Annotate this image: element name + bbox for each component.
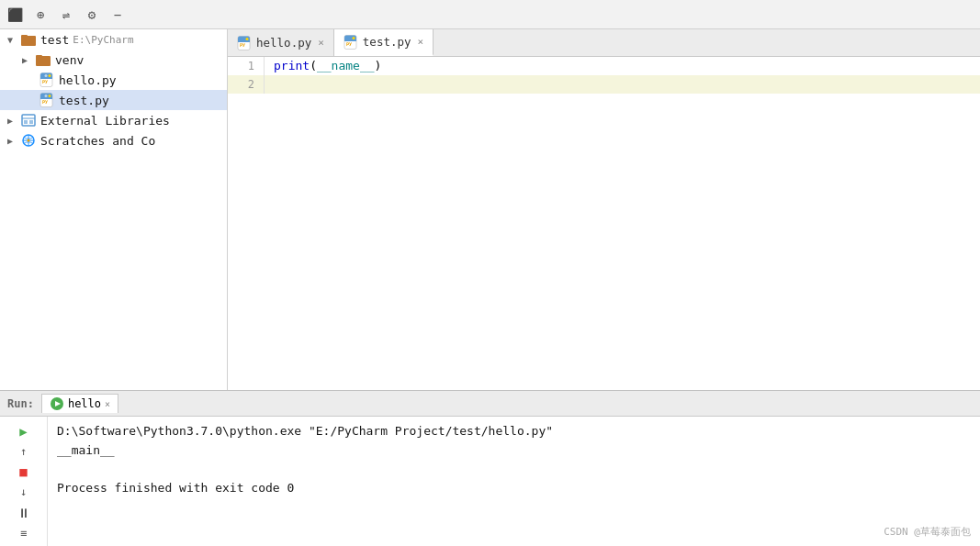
sidebar-item-external-libraries[interactable]: ▶ External Libraries	[0, 110, 227, 130]
chevron-icon: ▼	[7, 35, 20, 45]
svg-point-23	[28, 139, 30, 142]
run-tab-hello[interactable]: hello ×	[41, 394, 118, 413]
run-scroll-down-button[interactable]: ↓	[15, 485, 33, 500]
line-content: print(__name__)	[265, 57, 980, 75]
toolbar-minimize-icon[interactable]: −	[108, 6, 127, 24]
code-line-2: 2	[228, 75, 980, 94]
chevron-icon: ▶	[7, 116, 20, 126]
tab-hello-py[interactable]: py hello.py ×	[228, 29, 334, 56]
folder-icon	[20, 32, 37, 47]
sidebar-item-label: hello.py	[59, 73, 117, 87]
toolbar-sync-icon[interactable]: ⇌	[57, 6, 75, 24]
svg-point-15	[45, 95, 48, 97]
run-tab-icon	[50, 396, 64, 411]
run-scroll-up-button[interactable]: ↑	[15, 444, 33, 460]
tab-close-hello[interactable]: ×	[318, 37, 324, 49]
run-rerun-button[interactable]: ≡	[15, 525, 33, 540]
svg-rect-1	[21, 35, 28, 38]
output-line-4: Process finished with exit code 0	[57, 479, 971, 498]
run-stop-button[interactable]: ■	[13, 462, 35, 481]
tab-file-icon: py	[237, 36, 252, 50]
sidebar-item-label: test.py	[59, 94, 109, 107]
code-line-1: 1 print(__name__)	[228, 57, 980, 75]
output-line-1: D:\Software\Python3.7.0\python.exe "E:/P…	[57, 422, 971, 441]
toolbar-settings-icon[interactable]: ⚙	[83, 6, 101, 24]
svg-text:py: py	[346, 40, 352, 47]
right-panel: py hello.py × py t	[228, 29, 980, 390]
line-number: 2	[228, 75, 265, 94]
run-label: Run:	[7, 397, 34, 410]
toolbar: ⬛ ⊕ ⇌ ⚙ −	[0, 0, 980, 29]
sidebar-item-hello-py[interactable]: py hello.py	[0, 70, 227, 90]
output-line-3	[57, 461, 971, 480]
py-file-icon: py	[39, 93, 55, 107]
line-number: 1	[228, 57, 265, 75]
svg-point-8	[49, 74, 51, 77]
run-controls: ▶ ↑ ■ ↓ ⏸ ≡	[0, 417, 48, 546]
folder-icon	[35, 52, 51, 67]
py-file-icon: py	[39, 72, 55, 87]
run-tab-bar: Run: hello ×	[0, 391, 980, 417]
svg-point-33	[352, 37, 355, 39]
run-output: D:\Software\Python3.7.0\python.exe "E:/P…	[48, 417, 980, 546]
tab-label: test.py	[363, 35, 411, 49]
sidebar-item-test-root[interactable]: ▼ test E:\PyCharm	[0, 29, 227, 50]
sidebar-item-scratches[interactable]: ▶ Scratches and Co	[0, 130, 227, 150]
run-pause-button[interactable]: ⏸	[13, 504, 35, 522]
watermark: CSDN @草莓泰面包	[884, 525, 971, 539]
external-lib-icon	[20, 113, 37, 128]
run-tab-close-icon[interactable]: ×	[105, 399, 110, 409]
svg-text:py: py	[240, 41, 245, 48]
svg-rect-18	[24, 120, 28, 124]
svg-text:py: py	[42, 78, 48, 84]
chevron-icon: ▶	[7, 136, 20, 146]
run-content: ▶ ↑ ■ ↓ ⏸ ≡ D:\Software\Python3.7.0\pyth…	[0, 417, 980, 546]
main-area: ▼ test E:\PyCharm ▶ venv	[0, 29, 980, 390]
sidebar-item-label: venv	[55, 53, 84, 67]
code-editor[interactable]: 1 print(__name__) 2	[228, 57, 980, 390]
toolbar-toggle-icon[interactable]: ⬛	[6, 6, 24, 24]
sidebar-item-venv[interactable]: ▶ venv	[0, 50, 227, 70]
tab-test-py[interactable]: py test.py ×	[334, 29, 434, 56]
sidebar-item-label: test	[40, 33, 69, 47]
svg-rect-19	[29, 120, 33, 124]
sidebar-item-label: Scratches and Co	[40, 134, 155, 148]
tab-bar: py hello.py × py t	[228, 29, 980, 57]
tab-close-test[interactable]: ×	[418, 36, 424, 48]
chevron-icon: ▶	[22, 55, 35, 65]
dunder-name: __name__	[317, 59, 375, 72]
run-tab-label: hello	[68, 397, 101, 410]
keyword-print: print	[274, 59, 310, 72]
svg-point-9	[45, 74, 48, 77]
svg-point-14	[49, 95, 51, 97]
svg-text:py: py	[42, 98, 48, 105]
sidebar-item-test-py[interactable]: py test.py	[0, 90, 227, 110]
bottom-panel: Run: hello × ▶ ↑ ■ ↓ ⏸ ≡ D:\Software\Pyt…	[0, 390, 980, 546]
line-content	[265, 75, 980, 94]
sidebar-item-path: E:\PyCharm	[73, 34, 133, 46]
output-line-2: __main__	[57, 441, 971, 461]
scratches-icon	[20, 133, 37, 148]
svg-rect-3	[36, 55, 42, 58]
run-play-button[interactable]: ▶	[13, 422, 35, 440]
sidebar-item-label: External Libraries	[40, 114, 170, 128]
sidebar: ▼ test E:\PyCharm ▶ venv	[0, 29, 228, 390]
toolbar-add-icon[interactable]: ⊕	[31, 6, 50, 24]
svg-point-28	[246, 38, 249, 40]
tab-label: hello.py	[256, 36, 311, 50]
tab-file-icon: py	[344, 35, 358, 50]
